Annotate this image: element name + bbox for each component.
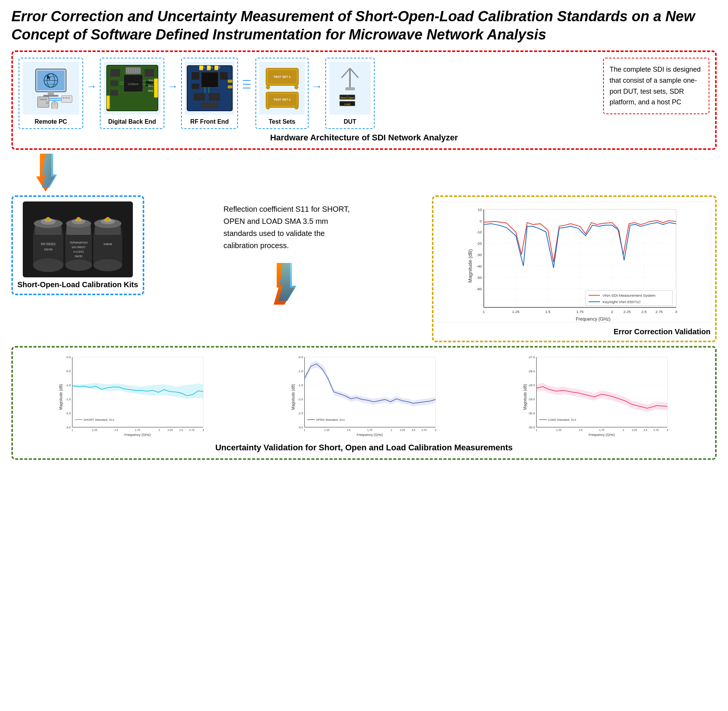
- svg-text:RX2: RX2: [148, 90, 153, 92]
- svg-rect-18: [68, 97, 70, 99]
- arrow-down-1: [34, 154, 717, 192]
- svg-text:-1.0: -1.0: [298, 370, 303, 373]
- svg-rect-49: [220, 72, 228, 80]
- svg-point-111: [93, 259, 122, 271]
- load-chart-container: Magnitude (dB) -27.0 -28.0 -28.5 -29.0 -…: [483, 353, 709, 438]
- remote-pc-block: Remote PC: [19, 58, 83, 129]
- uncertainty-section: Magnitude (dB) 0.0 -0.5 -1.0 -1.5 -2.0 -…: [11, 346, 717, 460]
- svg-text:2: 2: [391, 429, 392, 431]
- svg-text:RX1: RX1: [148, 85, 153, 87]
- svg-text:2.25: 2.25: [400, 429, 405, 431]
- svg-rect-26: [110, 90, 118, 96]
- test-sets-label: Test Sets: [269, 118, 295, 125]
- svg-text:-2.5: -2.5: [298, 412, 303, 415]
- svg-rect-62: [201, 102, 218, 108]
- svg-text:TEST SET 1: TEST SET 1: [273, 75, 290, 79]
- svg-rect-8: [48, 92, 54, 95]
- dut-label: DUT: [344, 118, 356, 125]
- uncertainty-label: Uncertainty Validation for Short, Open a…: [19, 443, 709, 453]
- svg-text:RX2: RX2: [215, 66, 221, 69]
- svg-text:3: 3: [435, 429, 436, 431]
- digital-back-end-image: SoftBank: [104, 61, 161, 115]
- svg-text:1: 1: [483, 310, 485, 314]
- hardware-title: Hardware Architecture of SDI Network Ana…: [19, 133, 709, 143]
- middle-reflection-text: Reflection coefficient S11 for SHORT, OP…: [224, 195, 353, 259]
- svg-text:1.75: 1.75: [576, 310, 584, 314]
- svg-text:2.75: 2.75: [421, 429, 427, 431]
- hardware-diagram: Remote PC → SoftBank: [19, 58, 709, 129]
- svg-text:0: 0: [480, 219, 482, 223]
- svg-text:Magnitude (dB): Magnitude (dB): [291, 384, 295, 410]
- svg-rect-25: [110, 80, 118, 86]
- svg-point-69: [266, 85, 270, 89]
- svg-point-91: [33, 258, 63, 272]
- arrow-down-2: [269, 263, 307, 306]
- svg-text:Frequency (GHz): Frequency (GHz): [124, 433, 151, 437]
- svg-text:SoftBank: SoftBank: [128, 83, 139, 85]
- svg-point-12: [46, 102, 48, 104]
- svg-text:1.5: 1.5: [579, 429, 583, 431]
- svg-text:3: 3: [675, 310, 677, 314]
- svg-text:-28.5: -28.5: [528, 384, 535, 387]
- svg-text:KeySight VNA E5071C: KeySight VNA E5071C: [602, 300, 641, 304]
- svg-text:-2.0: -2.0: [298, 398, 303, 401]
- svg-point-70: [295, 85, 298, 89]
- svg-text:TERMINATION: TERMINATION: [70, 241, 88, 244]
- rf-front-end-label: RF Front End: [190, 118, 228, 125]
- uncertainty-charts: Magnitude (dB) 0.0 -0.5 -1.0 -1.5 -2.0 -…: [19, 353, 709, 438]
- svg-text:2.5: 2.5: [179, 429, 183, 431]
- svg-text:-30.0: -30.0: [528, 412, 535, 415]
- svg-rect-16: [63, 97, 65, 99]
- svg-text:-0.5: -0.5: [66, 370, 71, 373]
- svg-text:-20: -20: [476, 241, 482, 245]
- remote-pc-image: [22, 61, 79, 115]
- svg-text:Frequency (GHz): Frequency (GHz): [576, 316, 610, 322]
- svg-text:-60: -60: [476, 287, 482, 291]
- svg-rect-47: [192, 72, 199, 80]
- svg-rect-27: [145, 69, 154, 77]
- svg-text:10: 10: [477, 208, 482, 212]
- svg-point-74: [266, 105, 270, 109]
- svg-point-119: [106, 217, 110, 222]
- svg-text:-30: -30: [476, 253, 482, 257]
- svg-text:1: 1: [71, 429, 73, 431]
- svg-text:Frequency (GHz): Frequency (GHz): [356, 433, 383, 437]
- dut-block: Short Open Load DUT: [325, 58, 375, 129]
- svg-rect-60: [194, 93, 205, 101]
- svg-rect-29: [107, 96, 110, 109]
- svg-text:Load: Load: [344, 103, 350, 105]
- svg-point-100: [65, 260, 92, 271]
- svg-text:3: 3: [202, 429, 204, 431]
- svg-point-118: [76, 217, 81, 222]
- svg-text:2.75: 2.75: [189, 429, 195, 431]
- svg-rect-17: [65, 97, 67, 99]
- hardware-section: Remote PC → SoftBank: [11, 50, 717, 150]
- svg-text:-3.0: -3.0: [298, 426, 303, 429]
- svg-text:1.5: 1.5: [545, 310, 550, 314]
- svg-text:1.25: 1.25: [324, 429, 329, 431]
- svg-text:Frequency (GHz): Frequency (GHz): [589, 433, 615, 437]
- svg-text:SHORT Standard, S11: SHORT Standard, S11: [84, 418, 115, 422]
- svg-text:1: 1: [304, 429, 305, 431]
- svg-text:n=11E51: n=11E51: [73, 250, 84, 253]
- svg-text:3: 3: [667, 429, 668, 431]
- short-chart-container: Magnitude (dB) 0.0 -0.5 -1.0 -1.5 -2.0 -…: [19, 353, 245, 438]
- svg-text:TX1: TX1: [148, 79, 153, 82]
- svg-text:1.5: 1.5: [347, 429, 350, 431]
- svg-rect-57: [228, 85, 232, 88]
- svg-rect-38: [126, 67, 141, 74]
- test-sets-image: TEST SET 1 TEST SET 2: [259, 61, 305, 115]
- svg-text:-10: -10: [476, 230, 482, 234]
- svg-text:2.25: 2.25: [168, 429, 173, 431]
- svg-text:1.25: 1.25: [92, 429, 98, 431]
- svg-text:-50: -50: [476, 275, 482, 280]
- svg-rect-46: [201, 72, 218, 87]
- svg-text:2.5: 2.5: [644, 429, 648, 431]
- svg-text:2.75: 2.75: [656, 310, 663, 314]
- svg-text:1.5: 1.5: [114, 429, 118, 431]
- cal-kits-photo: SN 56321 23K50 TERMINATION S/N 096027 n=…: [23, 201, 133, 277]
- svg-text:Magnitude (dB): Magnitude (dB): [59, 384, 63, 410]
- svg-line-78: [350, 68, 358, 78]
- svg-line-77: [342, 68, 350, 78]
- svg-text:S/N 096027: S/N 096027: [72, 246, 86, 249]
